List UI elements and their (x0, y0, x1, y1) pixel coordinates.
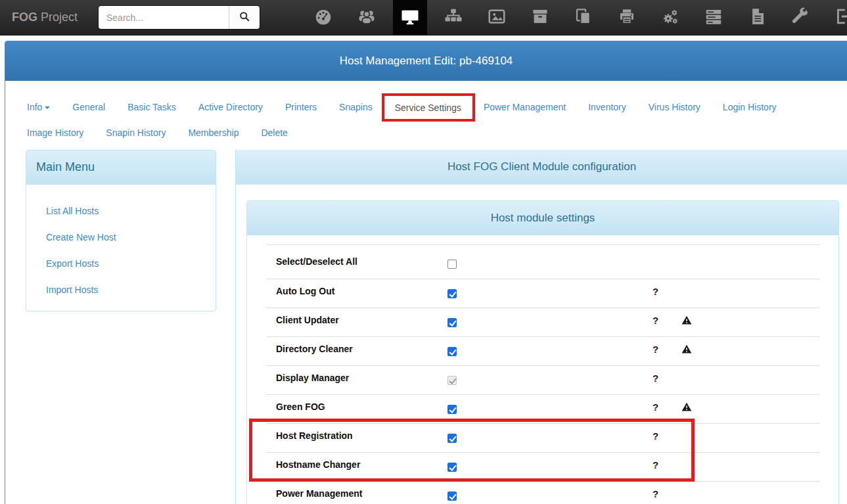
host-module-settings-heading: Host module settings (247, 201, 838, 235)
green-fog-checkbox[interactable] (447, 405, 457, 414)
sidebar-item-import-hosts[interactable]: Import Hosts (26, 277, 216, 303)
fog-client-config-panel: Host FOG Client Module configuration Hos… (235, 150, 847, 504)
wrench-icon (790, 7, 810, 29)
search-group (99, 6, 260, 29)
help-icon[interactable]: ? (652, 373, 658, 384)
row-label: Green FOG (276, 401, 325, 412)
help-icon[interactable]: ? (652, 459, 658, 470)
warning-icon (681, 315, 693, 326)
tab-service-settings[interactable]: Service Settings (384, 95, 472, 120)
warning-icon (681, 401, 693, 413)
row-label: Select/Deselect All (276, 256, 357, 267)
sitemap-icon (444, 7, 463, 29)
main-menu-title: Main Menu (36, 160, 95, 174)
table-row-green-fog: Green FOG ? (266, 394, 819, 423)
row-label: Directory Cleaner (276, 344, 353, 354)
users-icon (357, 7, 377, 29)
logout-icon (834, 7, 847, 29)
page-title-bar: Host Management Edit: pb-469104 (5, 41, 847, 81)
tab-login-history[interactable]: Login History (712, 95, 788, 120)
brand-bold: FOG (12, 11, 37, 24)
search-input[interactable] (99, 6, 229, 29)
tab-info[interactable]: Info (16, 95, 61, 120)
table-row-hostname-changer: Hostname Changer ? (266, 452, 819, 481)
table-row-directory-cleaner: Directory Cleaner ? (266, 336, 819, 365)
host-management-panel: Host Management Edit: pb-469104 Info Gen… (5, 41, 847, 504)
tab-snapins[interactable]: Snapins (328, 95, 384, 120)
gears-icon (660, 7, 680, 29)
search-button[interactable] (229, 6, 260, 29)
tab-general[interactable]: General (61, 95, 116, 120)
table-row-power-management: Power Management ? (266, 481, 819, 504)
help-icon[interactable]: ? (652, 315, 658, 326)
host-module-settings-title: Host module settings (491, 212, 595, 225)
row-label: Display Manager (276, 373, 349, 383)
nav-report-management-item[interactable] (735, 0, 779, 35)
image-icon (487, 7, 507, 29)
tab-basic-tasks[interactable]: Basic Tasks (116, 95, 187, 120)
table-row-auto-log-out: Auto Log Out ? (266, 279, 819, 308)
host-monitor-icon (400, 7, 420, 29)
hostname-changer-checkbox[interactable] (447, 463, 457, 472)
tab-image-history[interactable]: Image History (16, 121, 95, 145)
row-label: Auto Log Out (276, 286, 334, 296)
help-icon[interactable]: ? (652, 401, 658, 413)
host-module-settings-panel: Host module settings Select/Deselect All… (246, 200, 839, 504)
client-updater-checkbox[interactable] (447, 318, 457, 327)
table-row-display-manager: Display Manager ? (266, 365, 819, 394)
fog-client-config-title: Host FOG Client Module configuration (447, 160, 636, 173)
help-icon[interactable]: ? (652, 286, 658, 297)
nav-snapin-management-item[interactable] (562, 0, 605, 35)
nav-service-settings-item[interactable] (649, 0, 692, 35)
nav-dashboard-item[interactable] (302, 0, 345, 35)
tab-active-directory[interactable]: Active Directory (187, 95, 274, 120)
sidebar-item-list-all-hosts[interactable]: List All Hosts (26, 198, 216, 224)
sidebar-item-create-new-host[interactable]: Create New Host (26, 224, 216, 250)
select-all-checkbox[interactable] (447, 260, 457, 269)
nav-group-management-item[interactable] (432, 0, 475, 35)
main-menu-panel: Main Menu List All Hosts Create New Host… (26, 150, 216, 311)
tab-membership[interactable]: Membership (177, 121, 250, 145)
dashboard-icon (313, 7, 333, 29)
help-icon[interactable]: ? (652, 430, 658, 442)
power-management-checkbox[interactable] (447, 492, 457, 501)
task-list-icon (704, 7, 723, 29)
tab-snapin-history[interactable]: Snapin History (95, 121, 177, 145)
nav-storage-management-item[interactable] (518, 0, 562, 35)
row-label: Hostname Changer (276, 459, 360, 470)
nav-user-management-item[interactable] (345, 0, 388, 35)
page-title: Host Management Edit: pb-469104 (340, 55, 513, 68)
nav-printer-management-item[interactable] (605, 0, 649, 35)
nav-logout-item[interactable] (822, 0, 847, 35)
brand[interactable]: FOG Project (12, 0, 78, 35)
brand-rest: Project (37, 11, 78, 24)
tab-delete[interactable]: Delete (250, 121, 298, 145)
main-menu-body: List All Hosts Create New Host Export Ho… (26, 185, 216, 311)
tab-bar: Info General Basic Tasks Active Director… (5, 81, 847, 145)
nav-host-management-item[interactable] (393, 0, 427, 35)
table-row-host-registration: Host Registration ? (266, 423, 819, 452)
nav-image-management-item[interactable] (475, 0, 518, 35)
auto-log-out-checkbox[interactable] (447, 289, 457, 298)
nav-configuration-item[interactable] (779, 0, 822, 35)
main-menu-heading: Main Menu (26, 150, 216, 185)
caret-down-icon (45, 106, 50, 109)
help-icon[interactable]: ? (652, 344, 658, 355)
tab-row-2: Image History Snapin History Membership … (16, 121, 847, 145)
sidebar-item-export-hosts[interactable]: Export Hosts (26, 250, 216, 277)
warning-icon (681, 344, 693, 355)
nav-task-management-item[interactable] (692, 0, 735, 35)
tab-printers[interactable]: Printers (274, 95, 328, 120)
row-label: Power Management (276, 488, 362, 499)
host-registration-checkbox[interactable] (447, 434, 457, 443)
help-icon[interactable]: ? (652, 488, 658, 499)
table-row-client-updater: Client Updater ? (266, 308, 819, 336)
printer-icon (617, 7, 637, 29)
tab-inventory[interactable]: Inventory (577, 95, 637, 120)
tab-power-management[interactable]: Power Management (472, 95, 577, 120)
settings-table: Select/Deselect All Auto Log Out ? Clien… (247, 235, 838, 504)
row-label: Client Updater (276, 315, 339, 325)
directory-cleaner-checkbox[interactable] (447, 347, 457, 356)
nav-icon-list (302, 0, 847, 35)
tab-virus-history[interactable]: Virus History (637, 95, 712, 120)
